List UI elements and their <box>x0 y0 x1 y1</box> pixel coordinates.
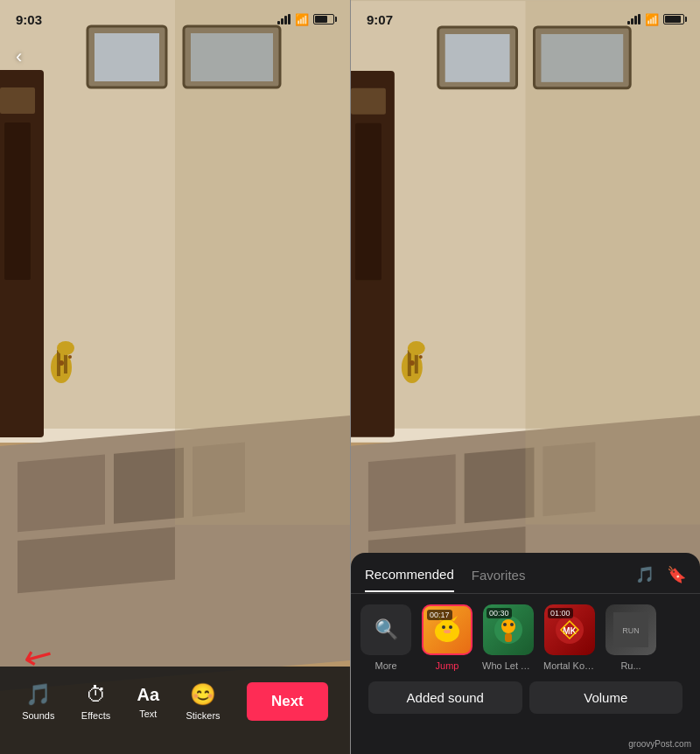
sounds-tab-icons: 🎵 🔖 <box>635 565 686 593</box>
svg-rect-21 <box>191 33 273 81</box>
left-status-icons: 📶 <box>277 13 334 26</box>
svg-rect-41 <box>445 34 510 82</box>
svg-point-36 <box>408 341 425 355</box>
battery-icon <box>313 14 334 24</box>
svg-point-45 <box>438 619 456 637</box>
who-thumb: 00:30 <box>483 604 534 655</box>
svg-rect-19 <box>94 33 159 81</box>
svg-point-48 <box>444 630 451 633</box>
jump-duration: 00:17 <box>427 610 452 620</box>
sounds-tabs: Recommended Favorites 🎵 🔖 <box>351 553 700 594</box>
tab-favorites[interactable]: Favorites <box>472 568 526 591</box>
right-signal-icon <box>627 14 640 24</box>
svg-point-54 <box>503 623 507 626</box>
search-thumb: 🔍 <box>360 604 411 655</box>
sound-item-more[interactable]: 🔍 More <box>360 604 412 671</box>
sounds-panel: Recommended Favorites 🎵 🔖 🔍 More 00:17 <box>351 553 700 754</box>
added-sound-button[interactable]: Added sound <box>368 681 522 714</box>
svg-point-15 <box>59 360 64 366</box>
sound-item-jump[interactable]: 00:17 Jump <box>421 604 473 671</box>
svg-point-55 <box>510 623 514 626</box>
watermark: groovyPost.com <box>628 739 691 749</box>
left-status-bar: 9:03 📶 <box>0 0 350 38</box>
sounds-icon: 🎵 <box>25 682 52 707</box>
effects-icon: ⏱ <box>86 682 107 707</box>
who-label: Who Let The <box>482 660 535 671</box>
sounds-footer: Added sound Volume <box>351 681 700 731</box>
mortal-thumb: 01:00 MK <box>544 604 595 655</box>
volume-button[interactable]: Volume <box>529 681 683 714</box>
run-thumb: RUN <box>606 604 656 655</box>
svg-point-38 <box>419 355 423 359</box>
sounds-label: Sounds <box>22 710 54 721</box>
wifi-icon: 📶 <box>295 13 309 26</box>
svg-rect-4 <box>18 455 105 533</box>
svg-point-47 <box>449 625 452 629</box>
stickers-icon: 😊 <box>190 682 216 707</box>
text-icon: Aa <box>137 685 160 705</box>
svg-point-16 <box>68 355 72 359</box>
right-battery-icon <box>663 14 684 24</box>
sound-item-mortal[interactable]: 01:00 MK Mortal Komb <box>543 604 596 671</box>
text-toolbar-item[interactable]: Aa Text <box>137 685 160 719</box>
svg-rect-43 <box>541 34 623 82</box>
stickers-label: Stickers <box>186 710 220 721</box>
left-phone: 9:03 📶 ‹ ↙ 🎵 Sounds ⏱ Effects Aa Text <box>0 0 350 754</box>
left-time: 9:03 <box>16 12 42 27</box>
svg-point-37 <box>410 360 415 366</box>
svg-rect-26 <box>368 454 456 532</box>
sound-more-label: More <box>374 660 396 671</box>
tab-recommended[interactable]: Recommended <box>365 567 454 592</box>
text-label: Text <box>139 709 157 719</box>
svg-text:RUN: RUN <box>622 626 640 635</box>
right-phone: 9:07 📶 Recommended Favorites 🎵 🔖 <box>350 0 700 754</box>
back-button[interactable]: ‹ <box>16 45 22 68</box>
next-button[interactable]: Next <box>247 682 328 721</box>
sounds-list: 🔍 More 00:17 <box>351 594 700 681</box>
right-status-bar: 9:07 📶 <box>351 0 700 38</box>
svg-rect-10 <box>4 122 31 280</box>
sound-item-who[interactable]: 00:30 Who Let The <box>482 604 535 671</box>
effects-label: Effects <box>81 710 110 721</box>
search-icon: 🔍 <box>374 618 398 641</box>
bottom-toolbar: 🎵 Sounds ⏱ Effects Aa Text 😊 Stickers Ne… <box>0 667 350 754</box>
svg-rect-27 <box>465 447 535 523</box>
music-icon[interactable]: 🎵 <box>635 565 654 584</box>
svg-rect-5 <box>114 448 184 524</box>
signal-icon <box>277 14 290 24</box>
mortal-duration: 01:00 <box>548 608 573 618</box>
svg-point-14 <box>57 341 74 355</box>
mortal-label: Mortal Komb <box>543 660 596 671</box>
svg-rect-32 <box>355 123 382 281</box>
jump-label: Jump <box>436 660 459 671</box>
right-status-icons: 📶 <box>627 13 684 26</box>
who-duration: 00:30 <box>486 608 512 618</box>
sounds-toolbar-item[interactable]: 🎵 Sounds <box>22 682 54 721</box>
right-wifi-icon: 📶 <box>645 13 659 26</box>
svg-rect-9 <box>0 87 35 114</box>
right-time: 9:07 <box>367 12 393 27</box>
jump-thumb: 00:17 <box>422 604 472 655</box>
svg-rect-31 <box>351 88 386 115</box>
svg-point-46 <box>442 625 445 629</box>
bookmark-icon[interactable]: 🔖 <box>667 565 686 584</box>
svg-marker-50 <box>452 616 458 621</box>
svg-point-52 <box>501 619 515 633</box>
stickers-toolbar-item[interactable]: 😊 Stickers <box>186 682 220 721</box>
svg-rect-53 <box>505 633 512 642</box>
effects-toolbar-item[interactable]: ⏱ Effects <box>81 682 110 721</box>
run-label: Ru... <box>620 660 640 671</box>
sound-item-run[interactable]: RUN Ru... <box>605 604 657 671</box>
